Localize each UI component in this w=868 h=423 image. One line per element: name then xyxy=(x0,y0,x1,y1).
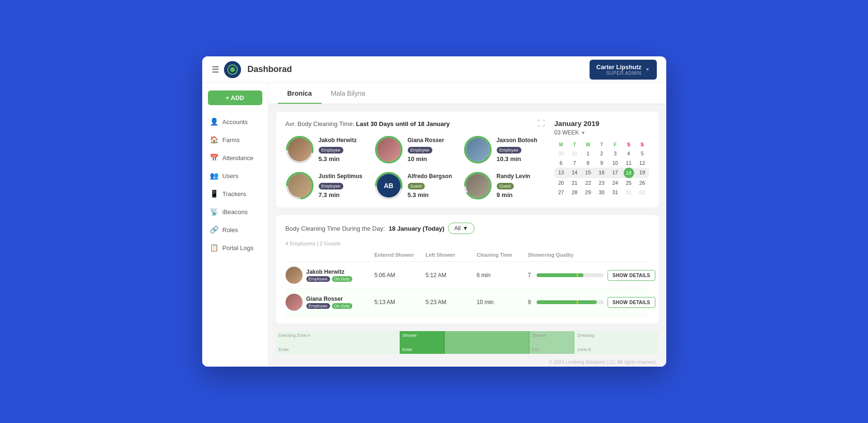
cal-cell-6[interactable]: 6 xyxy=(555,158,568,168)
cal-cell-19[interactable]: 19 xyxy=(635,168,649,178)
cal-cell-3[interactable]: 3 xyxy=(608,149,622,158)
person-card-randy-levin: Randy Levin Guest 9 min xyxy=(464,171,545,200)
day-header: Body Cleaning Time During the Day: 18 Ja… xyxy=(286,223,649,234)
row-cleaning-time: 10 min xyxy=(477,299,524,306)
row-left: 5:23 AM xyxy=(426,299,473,306)
row-person: Giana Rosser Employee On Duty xyxy=(286,294,371,311)
row-person-info: Jakob Herwitz Employee On Duty xyxy=(306,269,352,282)
avatar-wrap: AB xyxy=(375,171,403,200)
person-name: Justin Septimus xyxy=(319,173,363,180)
tab-bar: Bronica Mala Bilyna xyxy=(268,83,666,104)
cal-row-3: 20212223242526 xyxy=(555,178,649,188)
quality-bar-mark xyxy=(577,300,578,304)
cal-cell-4[interactable]: 4 xyxy=(622,149,635,158)
main-layout: + ADD 👤 Accounts 🏠 Farms 📅 Attendance 👥 … xyxy=(202,83,666,367)
sidebar-item-ibeacons[interactable]: 📡 iBeacons xyxy=(202,203,268,221)
attendance-icon: 📅 xyxy=(210,153,219,162)
cal-cell-29[interactable]: 29 xyxy=(582,188,595,197)
cal-cell-12[interactable]: 12 xyxy=(635,158,649,168)
sidebar-item-attendance[interactable]: 📅 Attendance xyxy=(202,149,268,167)
sidebar-item-roles[interactable]: 🔗 Roles xyxy=(202,221,268,239)
trackers-icon: 📱 xyxy=(210,189,219,198)
cal-cell-11[interactable]: 11 xyxy=(622,158,635,168)
cal-row-2: 13141516171819 xyxy=(555,168,649,178)
sidebar-item-users[interactable]: 👥 Users xyxy=(202,167,268,185)
show-details-button[interactable]: SHOW DETAILS xyxy=(608,270,656,281)
cal-cell-10[interactable]: 10 xyxy=(608,158,622,168)
sidebar-item-accounts[interactable]: 👤 Accounts xyxy=(202,113,268,131)
cal-cell-02[interactable]: 02 xyxy=(635,188,649,197)
cal-cell-8[interactable]: 8 xyxy=(582,158,595,168)
add-button[interactable]: + ADD xyxy=(208,90,262,105)
cal-cell-22[interactable]: 22 xyxy=(582,178,595,188)
timeline-shower-mid xyxy=(445,331,529,354)
cal-cell-30[interactable]: 30 xyxy=(555,149,568,158)
cal-cell-24[interactable]: 24 xyxy=(608,178,622,188)
cal-cell-21[interactable]: 21 xyxy=(568,178,582,188)
avatar-wrap xyxy=(375,135,403,164)
person-name: Alfredo Bergson xyxy=(408,173,452,180)
cal-cell-9[interactable]: 9 xyxy=(595,158,608,168)
calendar-title: January 2019 xyxy=(555,119,649,127)
person-info: Justin Septimus Employee 7.3 min xyxy=(319,173,363,198)
cal-cell-18[interactable]: 18 xyxy=(624,168,634,178)
sidebar-item-trackers[interactable]: 📱 Trackers xyxy=(202,185,268,203)
cal-cell-28[interactable]: 28 xyxy=(568,188,582,197)
day-section: Body Cleaning Time During the Day: 18 Ja… xyxy=(276,215,659,324)
sidebar-item-portal-logs[interactable]: 📋 Portal Logs xyxy=(202,239,268,257)
tab-bronica[interactable]: Bronica xyxy=(278,83,322,104)
row-name: Jakob Herwitz xyxy=(306,269,352,275)
cal-cell-23[interactable]: 23 xyxy=(595,178,608,188)
cal-header-S: S xyxy=(622,141,635,149)
cal-cell-5[interactable]: 5 xyxy=(635,149,649,158)
quality-bar-mark xyxy=(577,273,578,277)
cal-cell-2[interactable]: 2 xyxy=(595,149,608,158)
person-time: 7.3 min xyxy=(319,191,363,198)
avr-title: Avr. Body Cleaning Time: Last 30 Days un… xyxy=(286,120,450,127)
cal-cell-17[interactable]: 17 xyxy=(608,168,622,178)
cal-cell-26[interactable]: 26 xyxy=(635,178,649,188)
avr-subtitle: Last 30 Days until of 18 January xyxy=(356,120,450,127)
table-body: Jakob Herwitz Employee On Duty 5:06 AM 5… xyxy=(286,262,649,316)
col-quality: Showering Quality xyxy=(528,252,604,258)
cal-cell-31[interactable]: 31 xyxy=(608,188,622,197)
cal-cell-16[interactable]: 16 xyxy=(595,168,608,178)
cal-cell-25[interactable]: 25 xyxy=(622,178,635,188)
cal-cell-1[interactable]: 1 xyxy=(582,149,595,158)
row-entered: 5:06 AM xyxy=(375,272,422,279)
quality-num: 9 xyxy=(528,299,534,306)
persons-grid: Jakob Herwitz Employee 5.3 min Giana Ros… xyxy=(286,135,545,200)
employee-badge: Employee xyxy=(306,303,330,309)
filter-button[interactable]: All ▼ xyxy=(448,223,474,234)
person-time: 9 min xyxy=(497,191,530,198)
cal-cell-14[interactable]: 14 xyxy=(568,168,582,178)
person-info: Jakob Herwitz Employee 5.3 min xyxy=(319,137,357,162)
cal-cell-7[interactable]: 7 xyxy=(568,158,582,168)
cal-cell-13[interactable]: 13 xyxy=(555,168,568,178)
cal-header-W: W xyxy=(582,141,595,149)
user-menu[interactable]: Carter Lipshutz SUPER ADMIN ▼ xyxy=(590,60,656,80)
cal-cell-30[interactable]: 30 xyxy=(595,188,608,197)
chevron-down-icon: ▼ xyxy=(645,67,650,72)
cal-cell-15[interactable]: 15 xyxy=(582,168,595,178)
timeline-shower-exit: Shower Exit xyxy=(529,331,575,354)
avatar-wrap xyxy=(286,135,314,164)
avatar xyxy=(288,138,312,162)
table-row-giana-rosser: Giana Rosser Employee On Duty 5:13 AM 5:… xyxy=(286,289,649,316)
tab-mala-bilyna[interactable]: Mala Bilyna xyxy=(322,83,375,104)
calendar-week-selector[interactable]: 03 WEEK ▼ xyxy=(555,129,649,136)
cal-cell-01[interactable]: 01 xyxy=(622,188,635,197)
cal-cell-31[interactable]: 31 xyxy=(568,149,582,158)
avatar xyxy=(377,138,401,162)
person-role-badge: Employee xyxy=(408,147,432,153)
person-role-badge: Employee xyxy=(497,147,521,153)
cal-cell-27[interactable]: 27 xyxy=(555,188,568,197)
expand-icon[interactable]: ⛶ xyxy=(537,119,545,128)
cal-cell-20[interactable]: 20 xyxy=(555,178,568,188)
quality-bar-wrap: 7 xyxy=(528,272,604,279)
show-details-button[interactable]: SHOW DETAILS xyxy=(608,297,656,308)
timeline-bar: Dressing Zone A Enter Shower Enter Showe… xyxy=(276,331,659,354)
hamburger-icon[interactable]: ☰ xyxy=(212,64,219,75)
table-header-row: Entered Shower Left Shower Cleaning Time… xyxy=(286,250,649,262)
sidebar-item-farms[interactable]: 🏠 Farms xyxy=(202,131,268,149)
